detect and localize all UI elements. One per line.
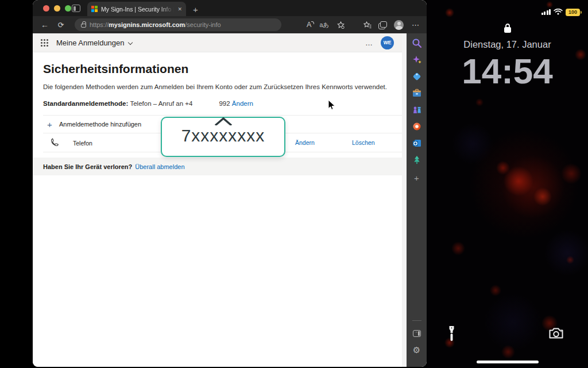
- new-tab-button[interactable]: +: [193, 5, 198, 14]
- chevron-down-icon: [127, 40, 132, 44]
- cellular-signal-icon: [541, 9, 551, 15]
- desktop: My Sign-Ins | Security Info | Mi ✕ + ← ⟳…: [0, 0, 588, 368]
- sidebar-search-icon[interactable]: [411, 37, 422, 48]
- browser-tab[interactable]: My Sign-Ins | Security Info | Mi ✕: [87, 2, 186, 16]
- sign-out-everywhere-link[interactable]: Überall abmelden: [135, 163, 184, 170]
- translate-icon[interactable]: aあ: [319, 22, 329, 28]
- sidebar-outlook-icon[interactable]: [411, 137, 422, 148]
- window-controls: [43, 5, 71, 12]
- page-scrollbar[interactable]: [402, 33, 407, 367]
- minimize-window-button[interactable]: [54, 5, 60, 12]
- edge-sidebar: + ⚙: [407, 33, 427, 367]
- page-description: Die folgenden Methoden werden zum Anmeld…: [43, 83, 387, 90]
- plus-icon: +: [47, 120, 52, 129]
- sidebar-settings-icon[interactable]: ⚙: [411, 344, 422, 355]
- method-delete-link[interactable]: Löschen: [352, 139, 375, 146]
- sidebar-shopping-icon[interactable]: [411, 71, 422, 82]
- sidebar-office-icon[interactable]: [411, 121, 422, 132]
- back-icon[interactable]: ←: [40, 20, 50, 29]
- url-text: https://mysignins.microsoft.com/security…: [90, 21, 221, 28]
- hover-text-magnifier: 7xxxxxxxx: [161, 117, 285, 157]
- microsoft-favicon: [91, 6, 98, 12]
- battery-icon: 100: [566, 9, 580, 16]
- app-launcher-icon[interactable]: [41, 39, 48, 47]
- browser-window: My Sign-Ins | Security Info | Mi ✕ + ← ⟳…: [33, 0, 427, 367]
- sidebar-discover-icon[interactable]: [411, 54, 422, 65]
- tab-title: My Sign-Ins | Security Info | Mi: [101, 6, 174, 13]
- phone-status-bar: 100: [541, 7, 581, 17]
- hide-sidebar-icon[interactable]: [411, 328, 422, 339]
- default-method-change-link[interactable]: Ändern: [232, 100, 253, 107]
- https-lock-icon[interactable]: [81, 24, 86, 28]
- site-header: Meine Anmeldungen … WE: [33, 33, 402, 52]
- mouse-cursor: [328, 99, 335, 113]
- add-favorite-icon[interactable]: [337, 21, 344, 28]
- sidebar-tree-icon[interactable]: [411, 154, 422, 165]
- sidebar-add-icon[interactable]: +: [411, 172, 422, 183]
- zoom-window-button[interactable]: [65, 5, 71, 12]
- close-tab-icon[interactable]: ✕: [177, 6, 182, 12]
- page-title: Sicherheitsinformationen: [43, 62, 188, 76]
- lock-icon: [504, 23, 512, 36]
- method-change-link[interactable]: Ändern: [295, 139, 315, 146]
- header-more-icon[interactable]: …: [365, 39, 373, 47]
- default-method-line: Standardanmeldemethode: Telefon – Anruf …: [43, 98, 253, 109]
- phone-icon: [51, 138, 60, 150]
- url-field[interactable]: https://mysignins.microsoft.com/security…: [75, 18, 281, 31]
- site-title[interactable]: Meine Anmeldungen: [56, 39, 132, 47]
- magnified-phone-number: 7xxxxxxxx: [181, 127, 265, 144]
- profile-avatar[interactable]: [394, 20, 404, 30]
- close-window-button[interactable]: [43, 5, 49, 12]
- flashlight-button[interactable]: [447, 325, 456, 344]
- caret-glyph: [214, 117, 233, 125]
- web-page: Meine Anmeldungen … WE Sicherheitsinform…: [33, 33, 402, 367]
- home-indicator[interactable]: [477, 361, 539, 363]
- tab-overview-icon[interactable]: [72, 5, 80, 12]
- sidebar-games-icon[interactable]: [411, 104, 422, 115]
- lock-screen-time: 14:54: [427, 51, 588, 91]
- phone-lock-screen: 100 Dienstag, 17. Januar 14:54: [427, 0, 588, 368]
- lost-device-section: Haben Sie Ihr Gerät verloren? Überall ab…: [33, 158, 402, 175]
- lock-screen-date: Dienstag, 17. Januar: [427, 39, 588, 50]
- reload-icon[interactable]: ⟳: [56, 21, 66, 29]
- camera-button[interactable]: [548, 327, 564, 342]
- sidebar-divider: [412, 320, 421, 321]
- favorites-icon[interactable]: [363, 21, 370, 28]
- collections-icon[interactable]: [378, 21, 386, 28]
- toolbar-icons: A aあ ⋯: [307, 20, 420, 30]
- address-bar: ← ⟳ https://mysignins.microsoft.com/secu…: [33, 16, 427, 33]
- redacted-phone-digits: [192, 98, 219, 109]
- read-aloud-icon[interactable]: A: [307, 21, 311, 29]
- titlebar: My Sign-Ins | Security Info | Mi ✕ +: [33, 0, 427, 16]
- sidebar-tools-icon[interactable]: [411, 87, 422, 98]
- account-avatar[interactable]: WE: [381, 36, 394, 49]
- more-menu-icon[interactable]: ⋯: [412, 21, 420, 29]
- wifi-icon: [554, 7, 563, 17]
